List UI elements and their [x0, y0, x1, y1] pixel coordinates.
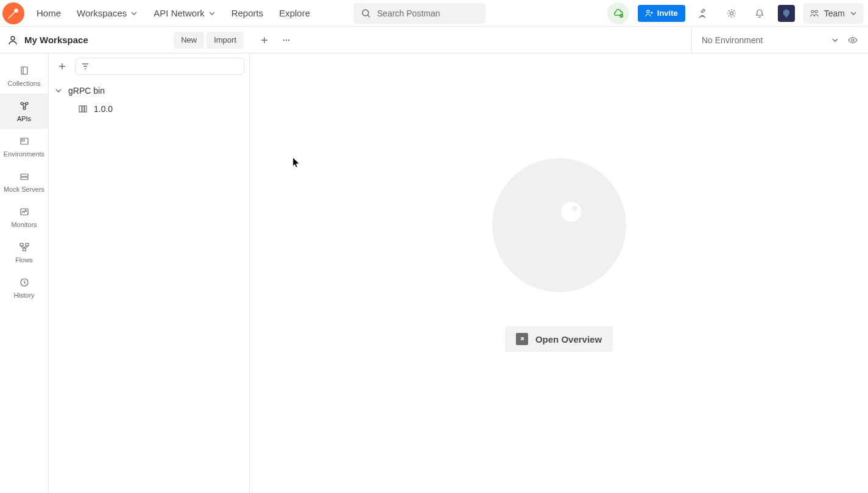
rail-monitors-label: Monitors [11, 221, 37, 228]
chevron-down-icon [55, 87, 62, 94]
nav-reports[interactable]: Reports [224, 3, 271, 23]
workspace-name[interactable]: My Workspace [7, 35, 88, 46]
settings-button[interactable] [722, 4, 741, 23]
more-icon [281, 35, 291, 45]
svg-rect-27 [85, 106, 86, 112]
invite-label: Invite [657, 9, 678, 18]
svg-rect-12 [21, 67, 27, 74]
postman-icon [7, 7, 20, 20]
new-tab-button[interactable] [257, 33, 272, 47]
capture-button[interactable] [694, 4, 713, 23]
nav-explore[interactable]: Explore [272, 3, 317, 23]
rail-monitors[interactable]: Monitors [0, 200, 48, 235]
search-placeholder: Search Postman [377, 9, 440, 18]
satellite-icon [698, 8, 709, 19]
side-panel: gRPC bin 1.0.0 [49, 54, 250, 493]
svg-point-7 [11, 37, 15, 40]
filter-icon [81, 62, 90, 71]
workspace-left: My Workspace New Import [0, 32, 250, 49]
environment-selector[interactable]: No Environment [702, 35, 831, 45]
person-plus-icon [645, 9, 654, 18]
open-overview-button[interactable]: Open Overview [505, 326, 613, 352]
tab-options-button[interactable] [279, 33, 294, 47]
rail-history[interactable]: History [0, 270, 48, 306]
postman-logo[interactable] [2, 2, 24, 24]
rail-flows[interactable]: Flows [0, 235, 48, 270]
create-api-button[interactable] [54, 58, 71, 75]
svg-rect-26 [82, 106, 84, 112]
postman-placeholder-icon [526, 192, 593, 259]
sync-status[interactable] [607, 2, 629, 24]
tree-api-row[interactable]: gRPC bin [49, 82, 249, 100]
invite-button[interactable]: Invite [638, 5, 685, 22]
workspace-name-label: My Workspace [24, 35, 88, 45]
svg-point-3 [647, 10, 649, 12]
nav-workspaces-label: Workspaces [77, 8, 127, 18]
chevron-down-icon [208, 10, 216, 17]
new-button[interactable]: New [174, 32, 204, 49]
import-button[interactable]: Import [206, 32, 244, 49]
rail-flows-label: Flows [15, 256, 33, 264]
chevron-down-icon [850, 10, 857, 17]
eye-icon[interactable] [847, 35, 858, 46]
sidebar-rail: Collections APIs Environments Mock Serve… [0, 54, 49, 493]
environment-area: No Environment [691, 27, 868, 53]
person-icon [7, 35, 18, 46]
header-right: Invite Team [607, 2, 863, 24]
rail-apis-label: APIs [17, 115, 31, 122]
workspace-bar: My Workspace New Import No Environment [0, 27, 868, 54]
rail-collections[interactable]: Collections [0, 58, 48, 94]
notifications-button[interactable] [750, 4, 769, 23]
svg-point-11 [852, 39, 854, 41]
cursor-icon [292, 157, 301, 168]
mock-servers-icon [19, 171, 30, 182]
open-overview-label: Open Overview [535, 334, 602, 344]
team-label: Team [824, 9, 845, 18]
nav-home[interactable]: Home [29, 3, 68, 23]
top-nav: Home Workspaces API Network Reports Expl… [29, 3, 317, 23]
api-tree: gRPC bin 1.0.0 [49, 79, 249, 118]
rail-mock-servers[interactable]: Mock Servers [0, 164, 48, 200]
svg-rect-18 [21, 174, 28, 177]
rail-apis[interactable]: APIs [0, 94, 48, 129]
svg-point-15 [23, 107, 26, 110]
svg-point-9 [286, 39, 287, 40]
app-body: Collections APIs Environments Mock Serve… [0, 54, 868, 493]
team-dropdown[interactable]: Team [803, 3, 863, 24]
svg-rect-21 [20, 243, 23, 246]
gear-icon [726, 8, 737, 19]
collections-icon [19, 65, 30, 76]
version-icon [78, 104, 88, 114]
rail-environments-label: Environments [4, 150, 44, 158]
empty-state-graphic [492, 158, 626, 292]
search-input[interactable]: Search Postman [354, 3, 485, 24]
svg-point-8 [283, 39, 284, 40]
monitors-icon [19, 206, 30, 217]
rail-environments[interactable]: Environments [0, 129, 48, 164]
tree-api-name: gRPC bin [68, 86, 105, 96]
user-avatar[interactable] [778, 5, 795, 22]
search-container: Search Postman [354, 3, 485, 24]
tab-area [250, 33, 691, 47]
nav-workspaces[interactable]: Workspaces [69, 3, 145, 23]
svg-point-1 [362, 10, 369, 16]
filter-input[interactable] [76, 58, 244, 75]
tree-version-row[interactable]: 1.0.0 [49, 100, 249, 118]
chevron-down-icon [130, 10, 138, 17]
svg-point-28 [561, 202, 581, 222]
rail-collections-label: Collections [8, 80, 41, 87]
avatar-icon [781, 8, 792, 19]
flows-icon [19, 242, 30, 253]
cloud-synced-icon [612, 7, 624, 19]
svg-point-13 [21, 102, 23, 105]
search-icon [361, 9, 371, 18]
open-overview-icon-wrap [516, 333, 528, 345]
bell-icon [754, 8, 765, 19]
svg-rect-17 [22, 139, 24, 141]
nav-api-network[interactable]: API Network [146, 3, 222, 23]
rail-history-label: History [13, 292, 34, 299]
people-icon [810, 9, 819, 18]
chevron-down-icon[interactable] [831, 37, 839, 44]
svg-point-10 [288, 39, 289, 40]
nav-api-network-label: API Network [153, 8, 204, 18]
